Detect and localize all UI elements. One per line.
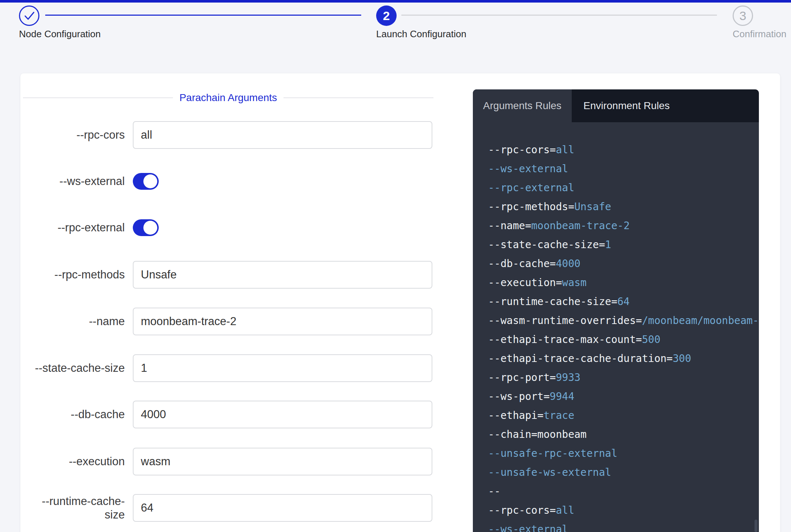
code-line: --ethapi=trace	[488, 406, 759, 425]
divider-line-right	[283, 97, 433, 98]
field-control	[133, 354, 432, 382]
code-value: --ws-external	[488, 523, 568, 532]
step-1-circle	[19, 5, 39, 26]
step-connector-2	[401, 15, 717, 16]
code-key: --ethapi-trace-max-count=	[488, 334, 642, 346]
code-value: --rpc-external	[488, 182, 574, 194]
code-key: --rpc-cors=	[488, 144, 556, 156]
field-control	[133, 214, 159, 242]
form-row: --db-cache	[30, 401, 468, 428]
tab-environment-rules[interactable]: Environment Rules	[572, 89, 759, 122]
code-line: --	[488, 482, 759, 501]
divider-line-left	[23, 97, 173, 98]
code-value: wasm	[562, 277, 586, 289]
toggle-knob	[143, 221, 157, 235]
page: Node Configuration 2 Launch Configuratio…	[0, 0, 791, 532]
code-line: --rpc-cors=all	[488, 501, 759, 520]
form-row: --execution	[30, 448, 468, 475]
code-key: --rpc-cors=	[488, 504, 556, 516]
code-line: --ws-external	[488, 520, 759, 532]
rules-panel: Arguments Rules Environment Rules --rpc-…	[473, 89, 759, 532]
field-label: --rpc-cors	[30, 128, 125, 142]
code-line: --state-cache-size=1	[488, 235, 759, 254]
tab-arguments-rules[interactable]: Arguments Rules	[473, 89, 572, 122]
code-value: moonbeam-trace-2	[531, 220, 630, 232]
step-1-label[interactable]: Node Configuration	[19, 28, 101, 40]
runtime-cache-size-input[interactable]	[133, 494, 432, 522]
code-value: 1	[605, 239, 611, 251]
form-row: --name	[30, 308, 468, 335]
step-3-number: 3	[740, 9, 746, 22]
code-key: --	[488, 485, 501, 497]
field-label: --rpc-external	[30, 221, 125, 234]
form-row: --runtime-cache-size	[30, 494, 468, 522]
field-control	[133, 308, 432, 335]
rpc-cors-input[interactable]	[133, 121, 432, 149]
code-key: --state-cache-size=	[488, 239, 605, 251]
code-line: --runtime-cache-size=64	[488, 292, 759, 311]
code-key: --ws-port=	[488, 390, 550, 402]
rules-tabs: Arguments Rules Environment Rules	[473, 89, 759, 122]
field-control	[133, 448, 432, 475]
code-value: all	[556, 144, 574, 156]
db-cache-input[interactable]	[133, 401, 432, 428]
field-label: --execution	[30, 455, 125, 468]
code-value: --unsafe-rpc-external	[488, 447, 617, 459]
section-title: Parachain Arguments	[180, 92, 277, 104]
code-line: --execution=wasm	[488, 273, 759, 292]
rpc-methods-input[interactable]	[133, 261, 432, 289]
step-2-number: 2	[383, 9, 390, 22]
form-row: --ws-external	[30, 167, 468, 195]
code-key: --ethapi-trace-cache-duration=	[488, 352, 673, 365]
code-key: --rpc-methods=	[488, 201, 574, 213]
form-row: --rpc-cors	[30, 121, 468, 149]
tab-arguments-rules-label: Arguments Rules	[483, 100, 562, 112]
code-line: --db-cache=4000	[488, 254, 759, 273]
code-line: --rpc-methods=Unsafe	[488, 197, 759, 216]
code-value: Unsafe	[574, 201, 611, 213]
field-control	[133, 401, 432, 428]
code-key: --wasm-runtime-overrides=	[488, 315, 642, 327]
form-row: --rpc-methods	[30, 261, 468, 289]
code-line: --ethapi-trace-cache-duration=300	[488, 349, 759, 368]
panel-scrollbar-thumb[interactable]	[755, 520, 757, 532]
state-cache-size-input[interactable]	[133, 354, 432, 382]
field-control	[133, 261, 432, 289]
ws-external-toggle[interactable]	[133, 173, 159, 190]
field-label: --rpc-methods	[30, 268, 125, 281]
step-3-label[interactable]: Confirmation	[733, 28, 786, 40]
code-line: --chain=moonbeam	[488, 425, 759, 444]
code-value: 9944	[550, 390, 574, 402]
field-control	[133, 494, 432, 522]
name-input[interactable]	[133, 308, 432, 335]
code-value: --ws-external	[488, 163, 568, 175]
parachain-arguments-divider: Parachain Arguments	[23, 89, 433, 107]
form-row: --rpc-external	[30, 214, 468, 242]
check-icon	[19, 5, 39, 26]
field-label: --db-cache	[30, 408, 125, 421]
code-line: --rpc-external	[488, 178, 759, 197]
code-line: --ethapi-trace-max-count=500	[488, 330, 759, 349]
step-2-label[interactable]: Launch Configuration	[376, 28, 466, 40]
code-line: --unsafe-ws-external	[488, 463, 759, 482]
code-value: trace	[544, 409, 574, 421]
form-row: --state-cache-size	[30, 354, 468, 382]
field-label: --runtime-cache-size	[30, 494, 125, 521]
code-line: --ws-port=9944	[488, 387, 759, 406]
code-line: --rpc-cors=all	[488, 140, 759, 159]
code-key: --execution=	[488, 277, 562, 289]
step-3-circle: 3	[733, 5, 753, 26]
field-label: --ws-external	[30, 174, 125, 188]
code-value: 64	[617, 296, 630, 308]
code-value: 9933	[556, 371, 580, 383]
field-label: --name	[30, 315, 125, 328]
code-key: --db-cache=	[488, 258, 556, 270]
rpc-external-toggle[interactable]	[133, 219, 159, 236]
execution-input[interactable]	[133, 448, 432, 475]
field-label: --state-cache-size	[30, 361, 125, 375]
code-value: 300	[673, 352, 691, 365]
code-key: --rpc-port=	[488, 371, 556, 383]
code-line: --wasm-runtime-overrides=/moonbeam/moonb…	[488, 311, 759, 330]
code-key: --name=	[488, 220, 531, 232]
code-value: all	[556, 504, 574, 516]
